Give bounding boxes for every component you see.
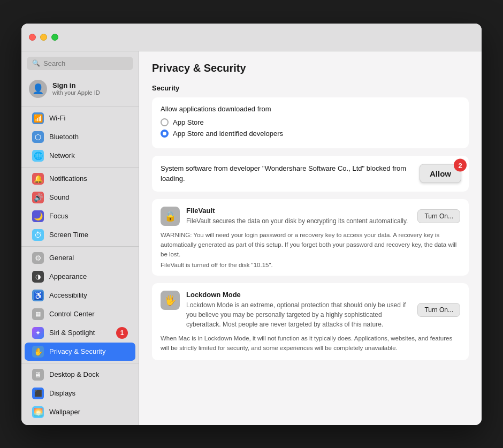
lockdown-button[interactable]: Turn On... bbox=[417, 303, 460, 317]
sound-icon: 🔊 bbox=[32, 192, 44, 203]
maximize-button[interactable] bbox=[51, 34, 58, 41]
sidebar-item-sound[interactable]: 🔊 Sound bbox=[25, 188, 135, 207]
sidebar-item-screen-time[interactable]: ⏱ Screen Time bbox=[25, 226, 135, 244]
radio-app-store-dev[interactable]: App Store and identified developers bbox=[161, 130, 460, 138]
sidebar-item-control-center[interactable]: ▦ Control Center bbox=[25, 305, 135, 323]
lockdown-card: 🖐 Lockdown Mode Lockdown Mode is an extr… bbox=[152, 283, 469, 361]
sidebar-item-siri[interactable]: ✦ Siri & Spotlight 1 bbox=[25, 324, 135, 342]
filevault-card: 🔒 FileVault FileVault secures the data o… bbox=[152, 199, 469, 276]
sidebar-divider-3 bbox=[21, 363, 139, 363]
lockdown-name: Lockdown Mode bbox=[186, 291, 411, 299]
allow-from-card: Allow applications downloaded from App S… bbox=[152, 97, 469, 148]
filevault-desc: FileVault secures the data on your disk … bbox=[186, 216, 411, 226]
sidebar-item-label-wifi: Wi-Fi bbox=[49, 114, 65, 122]
radio-app-store-circle[interactable] bbox=[161, 118, 169, 126]
filevault-status: FileVault is turned off for the disk "10… bbox=[161, 262, 460, 268]
sidebar-item-bluetooth[interactable]: ⬡ Bluetooth bbox=[25, 128, 135, 146]
avatar: 👤 bbox=[29, 80, 47, 98]
sidebar-item-appearance[interactable]: ◑ Appearance bbox=[25, 268, 135, 286]
allow-button-container: Allow 2 bbox=[420, 164, 461, 183]
sidebar-item-displays[interactable]: ⬛ Displays bbox=[25, 384, 135, 403]
general-icon: ⚙ bbox=[32, 252, 44, 264]
sidebar-item-focus[interactable]: 🌙 Focus bbox=[25, 207, 135, 225]
filevault-icon: 🔒 bbox=[161, 207, 180, 226]
page-title: Privacy & Security bbox=[152, 62, 469, 74]
sidebar-item-wifi[interactable]: 📶 Wi-Fi bbox=[25, 109, 135, 127]
lockdown-info: Lockdown Mode Lockdown Mode is an extrem… bbox=[186, 291, 411, 329]
search-box[interactable]: 🔍 bbox=[27, 57, 133, 70]
sidebar-item-privacy[interactable]: ✋ Privacy & Security bbox=[25, 343, 135, 361]
content-area: 🔍 👤 Sign in with your Apple ID 📶 Wi-Fi ⬡… bbox=[21, 51, 482, 425]
focus-icon: 🌙 bbox=[32, 210, 44, 222]
blocked-software-card: System software from developer "Wondersh… bbox=[152, 156, 469, 192]
sidebar-item-label-network: Network bbox=[49, 151, 75, 160]
accessibility-icon: ♿ bbox=[32, 290, 44, 301]
displays-icon: ⬛ bbox=[32, 388, 44, 399]
sidebar-item-label-siri: Siri & Spotlight bbox=[49, 329, 95, 337]
lockdown-extra: When Mac is in Lockdown Mode, it will no… bbox=[161, 333, 460, 353]
traffic-lights bbox=[29, 34, 58, 41]
main-content: Privacy & Security Security Allow applic… bbox=[139, 51, 482, 425]
radio-app-store[interactable]: App Store bbox=[161, 118, 460, 126]
radio-app-store-dev-circle[interactable] bbox=[161, 130, 169, 138]
sidebar-divider-1 bbox=[21, 167, 139, 168]
sidebar-item-desktop[interactable]: 🖥 Desktop & Dock bbox=[25, 366, 135, 384]
filevault-warning: WARNING: You will need your login passwo… bbox=[161, 230, 460, 260]
search-input[interactable] bbox=[43, 59, 128, 67]
filevault-button[interactable]: Turn On... bbox=[417, 209, 460, 223]
sidebar-item-label-accessibility: Accessibility bbox=[49, 291, 87, 299]
sidebar-item-network[interactable]: 🌐 Network bbox=[25, 147, 135, 165]
badge-2: 2 bbox=[454, 159, 467, 172]
network-icon: 🌐 bbox=[32, 150, 44, 162]
sign-in-row[interactable]: 👤 Sign in with your Apple ID bbox=[21, 75, 139, 104]
sidebar-item-label-sound: Sound bbox=[49, 193, 70, 201]
minimize-button[interactable] bbox=[40, 34, 47, 41]
siri-badge: 1 bbox=[116, 327, 128, 339]
sidebar: 🔍 👤 Sign in with your Apple ID 📶 Wi-Fi ⬡… bbox=[21, 51, 139, 425]
sidebar-item-notifications[interactable]: 🔔 Notifications bbox=[25, 170, 135, 188]
sidebar-item-label-desktop: Desktop & Dock bbox=[49, 370, 99, 378]
desktop-icon: 🖥 bbox=[32, 369, 44, 381]
sidebar-divider-top bbox=[21, 107, 139, 107]
filevault-name: FileVault bbox=[186, 207, 411, 215]
lockdown-desc: Lockdown Mode is an extreme, optional pr… bbox=[186, 300, 411, 329]
blocked-software-text: System software from developer "Wondersh… bbox=[161, 163, 460, 184]
sidebar-item-label-screen-time: Screen Time bbox=[49, 231, 88, 239]
sign-in-main: Sign in bbox=[52, 81, 100, 89]
wifi-icon: 📶 bbox=[32, 112, 44, 124]
close-button[interactable] bbox=[29, 34, 36, 41]
sidebar-item-general[interactable]: ⚙ General bbox=[25, 249, 135, 267]
sidebar-item-accessibility[interactable]: ♿ Accessibility bbox=[25, 286, 135, 305]
search-icon: 🔍 bbox=[32, 59, 40, 67]
radio-app-store-dev-label: App Store and identified developers bbox=[173, 130, 283, 138]
sidebar-item-label-notifications: Notifications bbox=[49, 174, 87, 183]
sidebar-item-label-control-center: Control Center bbox=[49, 310, 95, 318]
system-preferences-window: 🔍 👤 Sign in with your Apple ID 📶 Wi-Fi ⬡… bbox=[21, 24, 482, 425]
sidebar-divider-2 bbox=[21, 246, 139, 247]
sidebar-item-label-focus: Focus bbox=[49, 212, 68, 220]
sidebar-item-label-wallpaper: Wallpaper bbox=[49, 408, 80, 416]
sign-in-text: Sign in with your Apple ID bbox=[52, 81, 100, 96]
sidebar-item-label-general: General bbox=[49, 254, 74, 262]
sidebar-item-wallpaper[interactable]: 🌅 Wallpaper bbox=[25, 403, 135, 421]
screen-time-icon: ⏱ bbox=[32, 229, 44, 241]
security-section-title: Security bbox=[152, 84, 469, 92]
sidebar-item-label-bluetooth: Bluetooth bbox=[49, 133, 79, 141]
lockdown-icon: 🖐 bbox=[161, 291, 180, 310]
control-center-icon: ▦ bbox=[32, 308, 44, 320]
allow-from-label: Allow applications downloaded from bbox=[161, 105, 460, 113]
privacy-icon: ✋ bbox=[32, 346, 44, 358]
allow-wrapper: Allow 2 bbox=[420, 164, 461, 183]
titlebar bbox=[21, 24, 482, 51]
appearance-icon: ◑ bbox=[32, 271, 44, 283]
sign-in-sub: with your Apple ID bbox=[52, 89, 100, 96]
sidebar-item-label-displays: Displays bbox=[49, 389, 75, 397]
sidebar-item-label-appearance: Appearance bbox=[49, 272, 87, 280]
lockdown-row: 🖐 Lockdown Mode Lockdown Mode is an extr… bbox=[161, 291, 460, 329]
sidebar-item-label-privacy: Privacy & Security bbox=[49, 347, 105, 355]
notifications-icon: 🔔 bbox=[32, 173, 44, 185]
bluetooth-icon: ⬡ bbox=[32, 131, 44, 143]
radio-app-store-label: App Store bbox=[173, 118, 204, 126]
siri-icon: ✦ bbox=[32, 327, 44, 339]
filevault-row: 🔒 FileVault FileVault secures the data o… bbox=[161, 207, 460, 226]
